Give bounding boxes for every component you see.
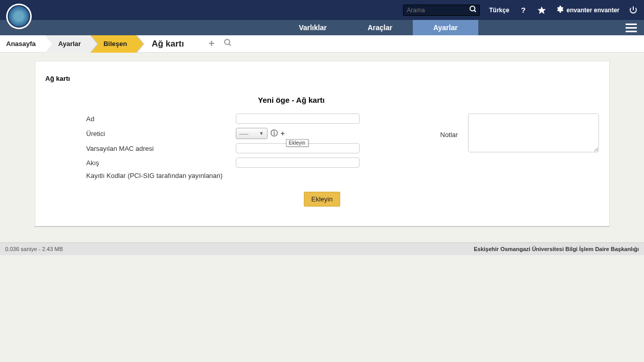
nav-tools[interactable]: Araçlar bbox=[347, 20, 413, 35]
label-mac: Varsayılan MAC adresi bbox=[86, 145, 236, 152]
footer-perf: 0.036 saniye - 2.43 MB bbox=[5, 246, 63, 252]
user-menu[interactable]: envanter envanter bbox=[556, 5, 619, 15]
form-panel: Ağ kartı Yeni öge - Ağ kartı Ad Üretici … bbox=[35, 61, 610, 227]
logo[interactable] bbox=[6, 4, 32, 29]
svg-line-1 bbox=[474, 10, 476, 12]
search-box[interactable] bbox=[403, 5, 480, 16]
add-icon[interactable]: + bbox=[209, 38, 215, 50]
form-title: Yeni öge - Ağ kartı bbox=[0, 96, 599, 104]
label-codes: Kayıtlı Kodlar (PCI-SIG tarafından yayın… bbox=[86, 172, 223, 179]
help-icon[interactable]: ? bbox=[519, 6, 528, 15]
select-manufacturer[interactable]: ----- ▼ bbox=[236, 128, 268, 139]
svg-line-5 bbox=[229, 44, 231, 46]
svg-text:?: ? bbox=[521, 6, 525, 14]
footer-org: Eskişehir Osmangazi Üniversitesi Bilgi İ… bbox=[474, 246, 639, 252]
navbar: Varlıklar Araçlar Ayarlar bbox=[0, 20, 644, 35]
tooltip: Ekleyin bbox=[286, 139, 308, 147]
page-title: Ağ kartı bbox=[136, 39, 193, 49]
submit-button[interactable]: Ekleyin bbox=[304, 192, 341, 207]
breadcrumb-bar: Anasayfa Ayarlar Bileşen Ağ kartı + bbox=[0, 35, 644, 53]
info-icon[interactable]: ⓘ bbox=[271, 129, 278, 138]
chevron-down-icon: ▼ bbox=[259, 131, 264, 136]
label-flow: Akış bbox=[86, 159, 236, 167]
nav-settings[interactable]: Ayarlar bbox=[413, 20, 478, 35]
crumb-home[interactable]: Anasayfa bbox=[0, 35, 45, 53]
svg-point-0 bbox=[470, 6, 475, 11]
gear-icon bbox=[556, 5, 564, 15]
hamburger-icon[interactable] bbox=[626, 24, 637, 32]
power-icon[interactable] bbox=[629, 6, 638, 15]
add-option-icon[interactable]: + bbox=[281, 129, 285, 138]
nav-assets[interactable]: Varlıklar bbox=[278, 20, 347, 35]
textarea-notes[interactable] bbox=[468, 114, 598, 152]
topbar: Türkçe ? envanter envanter bbox=[0, 0, 644, 20]
svg-marker-3 bbox=[537, 6, 546, 14]
input-name[interactable] bbox=[236, 114, 360, 124]
language-link[interactable]: Türkçe bbox=[489, 7, 509, 14]
user-name: envanter envanter bbox=[567, 7, 619, 14]
panel-heading: Ağ kartı bbox=[46, 75, 599, 82]
search-icon[interactable] bbox=[469, 5, 477, 15]
label-name: Ad bbox=[86, 115, 236, 123]
footer: 0.036 saniye - 2.43 MB Eskişehir Osmanga… bbox=[0, 242, 644, 255]
input-flow[interactable] bbox=[236, 157, 360, 168]
star-icon[interactable] bbox=[537, 6, 546, 15]
search-input[interactable] bbox=[404, 7, 465, 14]
label-manufacturer: Üretici bbox=[86, 130, 236, 138]
search-page-icon[interactable] bbox=[224, 38, 232, 50]
svg-point-4 bbox=[225, 39, 230, 44]
label-notes: Notlar bbox=[440, 114, 458, 139]
select-value: ----- bbox=[239, 130, 249, 137]
